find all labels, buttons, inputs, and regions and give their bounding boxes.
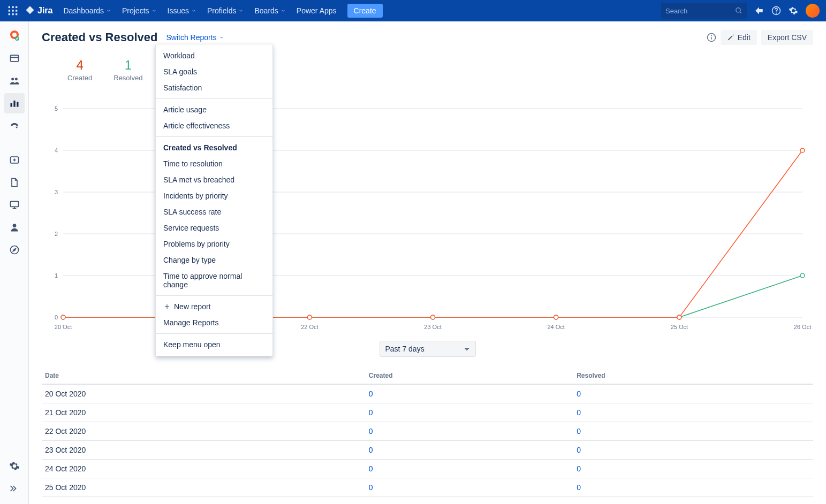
notifications-icon[interactable] [754, 6, 764, 16]
cell-resolved[interactable]: 0 [573, 460, 813, 478]
stat-created-label: Created [67, 74, 92, 82]
sidebar-reports-icon[interactable] [4, 93, 25, 113]
cell-resolved[interactable]: 0 [573, 441, 813, 460]
report-menu-item[interactable]: Incidents by priority [156, 188, 272, 204]
sidebar-person-icon[interactable] [4, 217, 25, 238]
cell-date: 23 Oct 2020 [42, 441, 366, 460]
help-icon[interactable] [771, 6, 781, 16]
svg-text:4: 4 [55, 147, 58, 154]
nav-item-label: Dashboards [63, 6, 104, 15]
nav-item-dashboards[interactable]: Dashboards [58, 0, 117, 21]
report-menu-item[interactable]: SLA success rate [156, 204, 272, 220]
report-menu-item[interactable]: Workload [156, 48, 272, 64]
jira-logo[interactable]: Jira [20, 5, 57, 16]
report-menu-item[interactable]: Satisfaction [156, 80, 272, 96]
cell-resolved[interactable]: 0 [573, 384, 813, 403]
nav-item-profields[interactable]: Profields [202, 0, 249, 21]
cell-resolved[interactable]: 0 [573, 403, 813, 422]
chevron-down-icon [219, 35, 224, 40]
sidebar-screen-icon[interactable] [4, 195, 25, 215]
search-icon [735, 6, 742, 15]
sidebar-page-icon[interactable] [4, 172, 25, 193]
report-menu-item[interactable]: Time to approve normal change [156, 268, 272, 293]
report-menu-item[interactable]: Article effectiveness [156, 118, 272, 134]
svg-text:23 Oct: 23 Oct [424, 324, 441, 330]
switch-reports-button[interactable]: Switch Reports [166, 33, 224, 42]
svg-point-65 [307, 315, 312, 319]
svg-text:26 Oct: 26 Oct [794, 324, 811, 330]
report-menu-item[interactable]: SLA met vs breached [156, 172, 272, 188]
svg-point-63 [61, 315, 65, 319]
nav-item-projects[interactable]: Projects [117, 0, 162, 21]
report-menu-item[interactable]: Article usage [156, 102, 272, 118]
report-menu-item[interactable]: Keep menu open [156, 337, 272, 353]
report-menu-item[interactable]: Problems by priority [156, 236, 272, 252]
report-menu-item[interactable]: Change by type [156, 252, 272, 268]
search-box[interactable] [661, 3, 747, 19]
sidebar-raise-request-icon[interactable] [4, 116, 25, 136]
sidebar-add-shortcut-icon[interactable] [4, 150, 25, 170]
svg-point-12 [776, 13, 777, 13]
user-avatar[interactable] [806, 4, 820, 18]
app-switcher-icon[interactable] [6, 4, 19, 17]
menu-separator [156, 295, 272, 296]
svg-point-34 [711, 35, 711, 36]
svg-point-29 [12, 224, 16, 227]
sidebar-settings-icon[interactable] [4, 456, 25, 476]
search-input[interactable] [665, 7, 735, 15]
cell-created[interactable]: 0 [366, 422, 573, 441]
top-nav: Jira DashboardsProjectsIssuesProfieldsBo… [0, 0, 826, 21]
cell-resolved[interactable]: 0 [573, 422, 813, 441]
svg-rect-4 [12, 10, 13, 11]
nav-item-boards[interactable]: Boards [249, 0, 291, 21]
nav-item-issues[interactable]: Issues [162, 0, 202, 21]
svg-text:25 Oct: 25 Oct [671, 324, 688, 330]
table-header: Created [366, 368, 573, 384]
nav-item-label: Projects [122, 6, 149, 15]
date-range-select[interactable]: Past 7 days [380, 341, 476, 357]
chevron-down-icon [281, 8, 286, 13]
svg-text:20 Oct: 20 Oct [55, 324, 72, 330]
svg-rect-16 [10, 55, 18, 62]
nav-item-power-apps[interactable]: Power Apps [291, 0, 342, 21]
svg-text:1: 1 [55, 272, 58, 279]
table-row: 20 Oct 202000 [42, 384, 813, 403]
report-menu-item[interactable]: Service requests [156, 220, 272, 236]
plus-icon [163, 303, 171, 310]
report-menu-item[interactable]: SLA goals [156, 64, 272, 80]
report-menu-item[interactable]: Created vs Resolved [156, 140, 272, 156]
new-report-item[interactable]: New report [156, 299, 272, 315]
cell-resolved[interactable]: 0 [573, 478, 813, 497]
cell-created[interactable]: 0 [366, 403, 573, 422]
svg-text:5: 5 [55, 105, 58, 112]
sidebar-customers-icon[interactable] [4, 71, 25, 91]
chevron-down-icon [238, 8, 244, 13]
table-row: 24 Oct 202000 [42, 460, 813, 478]
sidebar-queues-icon[interactable] [4, 48, 25, 68]
svg-rect-3 [9, 10, 10, 11]
svg-rect-8 [16, 13, 17, 15]
svg-rect-26 [10, 201, 18, 207]
cell-created[interactable]: 0 [366, 478, 573, 497]
sidebar-compass-icon[interactable] [4, 240, 25, 260]
cell-created[interactable]: 0 [366, 384, 573, 403]
table-row: 23 Oct 202000 [42, 441, 813, 460]
info-icon[interactable] [707, 33, 716, 42]
create-button[interactable]: Create [347, 4, 383, 18]
settings-icon[interactable] [789, 6, 798, 16]
sidebar-project-icon[interactable] [4, 26, 25, 46]
cell-date: 21 Oct 2020 [42, 403, 366, 422]
report-menu-item[interactable]: Manage Reports [156, 315, 272, 331]
report-menu-item[interactable]: Time to resolution [156, 156, 272, 172]
cell-created[interactable]: 0 [366, 460, 573, 478]
edit-button[interactable]: Edit [721, 30, 757, 45]
export-csv-button[interactable]: Export CSV [761, 30, 813, 45]
jira-logo-text: Jira [37, 6, 52, 16]
svg-point-62 [800, 273, 805, 278]
svg-rect-5 [16, 10, 17, 11]
switch-reports-label: Switch Reports [166, 33, 216, 42]
cell-created[interactable]: 0 [366, 441, 573, 460]
svg-rect-7 [12, 13, 13, 15]
stat-resolved: 1 Resolved [113, 58, 142, 82]
sidebar-expand-icon[interactable] [4, 478, 25, 499]
